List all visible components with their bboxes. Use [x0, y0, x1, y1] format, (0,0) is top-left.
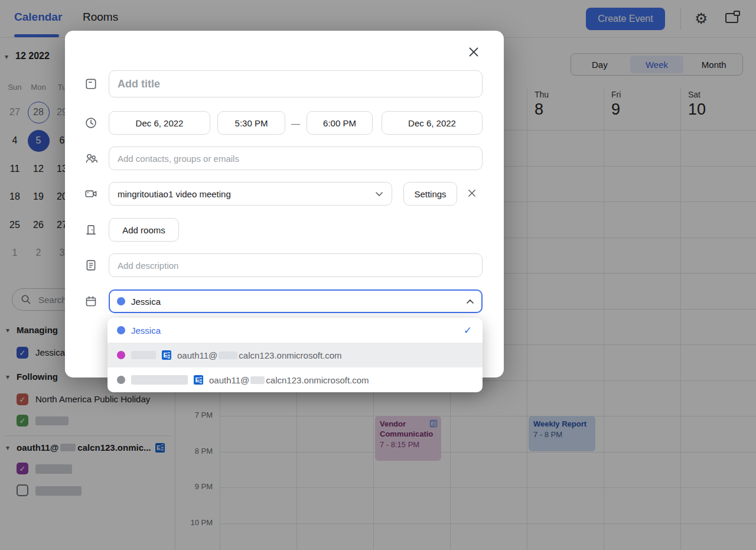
calendar-color-dot [117, 326, 125, 334]
calendar-dropdown: Jessica ✓ E oauth11@calcn123.onmicrosoft… [107, 318, 483, 392]
calendar-color-dot [117, 297, 125, 305]
dropdown-option-email: oauth11@calcn123.onmicrosoft.com [177, 350, 342, 360]
contacts-icon [84, 152, 97, 165]
video-meeting-icon [84, 187, 97, 200]
time-range-dash: — [291, 118, 300, 128]
dropdown-option-jessica[interactable]: Jessica ✓ [107, 318, 483, 343]
contacts-input[interactable] [109, 147, 483, 170]
redacted-name [131, 351, 156, 359]
dropdown-option-label: Jessica [131, 326, 161, 336]
dropdown-option-exchange-1[interactable]: E oauth11@calcn123.onmicrosoft.com [107, 343, 483, 367]
redacted-name [131, 375, 188, 385]
exchange-icon: E [162, 350, 171, 360]
title-input[interactable] [109, 70, 483, 97]
description-icon [84, 259, 97, 272]
chevron-up-icon [466, 299, 474, 304]
calendar-color-dot [117, 351, 125, 359]
event-title-icon [84, 77, 97, 90]
end-time-button[interactable]: 6:00 PM [307, 111, 373, 135]
calendar-color-dot [117, 376, 125, 384]
video-meeting-value: mingritoutiao1 video meeting [118, 189, 231, 199]
chevron-down-icon [375, 191, 383, 197]
add-rooms-button[interactable]: Add rooms [109, 218, 179, 242]
close-icon[interactable] [465, 44, 482, 60]
clock-icon [84, 116, 97, 129]
rooms-icon [84, 223, 97, 236]
calendar-app: Calendar Rooms Create Event ⚙ ▾ 12 2022 … [0, 0, 756, 550]
end-date-button[interactable]: Dec 6, 2022 [382, 111, 483, 135]
dropdown-option-email: oauth11@calcn123.onmicrosoft.com [209, 375, 369, 385]
exchange-icon: E [194, 375, 203, 385]
start-date-button[interactable]: Dec 6, 2022 [109, 111, 210, 135]
start-time-button[interactable]: 5:30 PM [217, 111, 285, 135]
calendar-select[interactable]: Jessica [109, 289, 483, 313]
dropdown-option-exchange-2[interactable]: E oauth11@calcn123.onmicrosoft.com [107, 367, 483, 392]
check-icon: ✓ [464, 324, 472, 337]
description-input[interactable] [109, 253, 483, 277]
calendar-select-icon [84, 295, 97, 308]
calendar-select-value: Jessica [131, 297, 161, 307]
remove-video-icon[interactable] [467, 188, 477, 200]
video-settings-button[interactable]: Settings [403, 182, 457, 206]
video-meeting-select[interactable]: mingritoutiao1 video meeting [109, 182, 392, 206]
